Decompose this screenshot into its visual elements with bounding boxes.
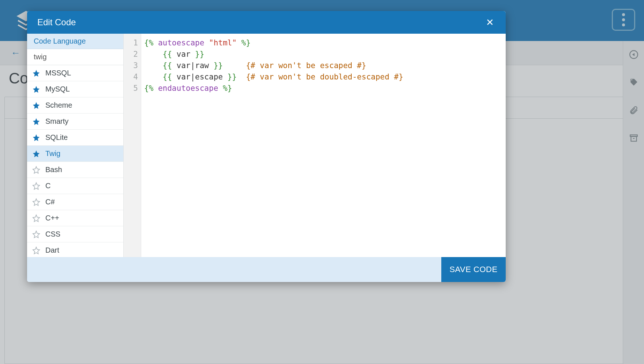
code-line[interactable]: {{ var|escape }} {# var won't be doubled… bbox=[144, 71, 506, 83]
editor-gutter: 12345 bbox=[124, 34, 141, 257]
language-item-smarty[interactable]: Smarty bbox=[27, 114, 123, 130]
close-icon[interactable]: ✕ bbox=[483, 15, 497, 30]
dialog-footer: SAVE CODE bbox=[27, 257, 506, 282]
line-number: 1 bbox=[124, 37, 138, 49]
language-item-label: MySQL bbox=[45, 85, 70, 93]
language-item-c[interactable]: C++ bbox=[27, 210, 123, 226]
star-outline-icon[interactable] bbox=[32, 246, 40, 255]
language-item-dart[interactable]: Dart bbox=[27, 242, 123, 257]
language-item-label: C# bbox=[45, 198, 55, 206]
code-token: var bbox=[177, 50, 191, 59]
code-token: {# var won't be doubled-escaped #} bbox=[246, 73, 403, 81]
language-sidebar: Code Language MSSQLMySQLSchemeSmartySQLi… bbox=[27, 34, 124, 257]
editor-code-area[interactable]: {% autoescape "html" %} {{ var }} {{ var… bbox=[141, 34, 506, 257]
code-token: {% bbox=[144, 38, 158, 47]
language-item-twig[interactable]: Twig bbox=[27, 146, 123, 162]
code-token bbox=[144, 73, 163, 81]
language-item-label: Smarty bbox=[45, 117, 68, 126]
sidebar-title: Code Language bbox=[27, 34, 123, 49]
language-item-c[interactable]: C bbox=[27, 178, 123, 194]
language-item-label: Dart bbox=[45, 246, 59, 255]
code-token bbox=[144, 61, 163, 70]
line-number: 4 bbox=[124, 71, 138, 83]
language-item-label: MSSQL bbox=[45, 69, 71, 77]
dialog-header: Edit Code ✕ bbox=[27, 11, 506, 34]
language-item-label: C bbox=[45, 182, 50, 190]
star-filled-icon[interactable] bbox=[32, 150, 40, 158]
code-token: {{ bbox=[163, 73, 177, 81]
code-token: var|escape bbox=[177, 73, 223, 81]
language-item-label: Scheme bbox=[45, 101, 72, 109]
modal-overlay[interactable]: Edit Code ✕ Code Language MSSQLMySQLSche… bbox=[0, 0, 644, 364]
star-filled-icon[interactable] bbox=[32, 134, 40, 142]
language-list[interactable]: MSSQLMySQLSchemeSmartySQLiteTwigBashCC#C… bbox=[27, 65, 123, 257]
star-filled-icon[interactable] bbox=[32, 85, 40, 93]
code-line[interactable]: {{ var }} bbox=[144, 49, 506, 60]
code-token: {# var won't be escaped #} bbox=[246, 61, 366, 70]
language-item-css[interactable]: CSS bbox=[27, 226, 123, 242]
code-token: %} bbox=[218, 84, 232, 93]
line-number: 2 bbox=[124, 49, 138, 60]
language-item-sqlite[interactable]: SQLite bbox=[27, 130, 123, 146]
language-item-label: Twig bbox=[45, 149, 60, 158]
language-item-bash[interactable]: Bash bbox=[27, 162, 123, 178]
code-token: %} bbox=[237, 38, 251, 47]
code-token: autoescape bbox=[158, 38, 209, 47]
code-token bbox=[237, 73, 246, 81]
code-token: }} bbox=[209, 61, 223, 70]
language-item-label: Bash bbox=[45, 166, 62, 174]
star-filled-icon[interactable] bbox=[32, 69, 40, 77]
star-outline-icon[interactable] bbox=[32, 182, 40, 190]
language-item-label: CSS bbox=[45, 230, 60, 238]
code-token: endautoescape bbox=[158, 84, 218, 93]
code-token: {{ bbox=[163, 50, 177, 59]
code-token: "html" bbox=[209, 38, 237, 47]
star-outline-icon[interactable] bbox=[32, 198, 40, 206]
star-filled-icon[interactable] bbox=[32, 118, 40, 126]
language-search-input[interactable] bbox=[27, 49, 123, 65]
code-token bbox=[223, 61, 246, 70]
code-token: var|raw bbox=[177, 61, 209, 70]
code-token: }} bbox=[190, 50, 204, 59]
line-number: 3 bbox=[124, 60, 138, 71]
code-token: }} bbox=[223, 73, 237, 81]
language-item-scheme[interactable]: Scheme bbox=[27, 97, 123, 114]
code-line[interactable]: {% endautoescape %} bbox=[144, 83, 506, 94]
code-line[interactable]: {% autoescape "html" %} bbox=[144, 37, 506, 49]
star-outline-icon[interactable] bbox=[32, 166, 40, 174]
code-editor[interactable]: 12345 {% autoescape "html" %} {{ var }} … bbox=[124, 34, 506, 257]
language-item-c[interactable]: C# bbox=[27, 194, 123, 210]
code-token bbox=[144, 50, 163, 59]
star-outline-icon[interactable] bbox=[32, 230, 40, 238]
line-number: 5 bbox=[124, 83, 138, 94]
save-code-button[interactable]: SAVE CODE bbox=[441, 257, 506, 282]
star-outline-icon[interactable] bbox=[32, 214, 40, 222]
dialog-title: Edit Code bbox=[37, 17, 76, 27]
code-token: {% bbox=[144, 84, 158, 93]
language-item-mssql[interactable]: MSSQL bbox=[27, 65, 123, 81]
code-line[interactable]: {{ var|raw }} {# var won't be escaped #} bbox=[144, 60, 506, 71]
language-item-mysql[interactable]: MySQL bbox=[27, 81, 123, 97]
code-token: {{ bbox=[163, 61, 177, 70]
language-item-label: C++ bbox=[45, 214, 59, 222]
star-filled-icon[interactable] bbox=[32, 101, 40, 109]
language-item-label: SQLite bbox=[45, 133, 68, 142]
edit-code-dialog: Edit Code ✕ Code Language MSSQLMySQLSche… bbox=[27, 11, 506, 282]
